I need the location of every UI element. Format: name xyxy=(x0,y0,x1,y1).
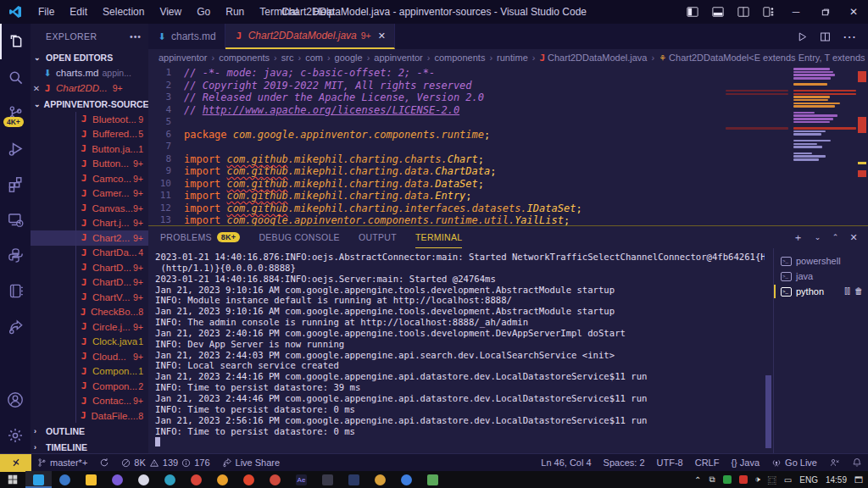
split-terminal-icon[interactable]: ⫿⫿ xyxy=(845,286,850,297)
taskbar-app-vscode[interactable] xyxy=(25,471,52,488)
taskbar-app-amber-app[interactable] xyxy=(209,471,236,488)
toggle-sidebar-icon[interactable] xyxy=(680,0,705,24)
tray-device-icon[interactable]: ⧉ xyxy=(709,474,715,485)
file-item-chartj[interactable]: JChart.j...9+ xyxy=(31,216,148,231)
run-file-icon[interactable] xyxy=(797,31,808,42)
start-button[interactable] xyxy=(0,471,25,488)
file-item-canvas[interactable]: JCanvas...9+ xyxy=(31,201,148,216)
breadcrumb-segment[interactable]: src xyxy=(281,53,294,63)
close-editor-icon[interactable]: ✕ xyxy=(31,84,42,93)
activity-source-control[interactable]: 4K+ xyxy=(0,95,31,130)
terminal-instance-python[interactable]: >_python⫿⫿🗑 xyxy=(774,284,868,299)
file-item-contac[interactable]: JContac...9+ xyxy=(31,394,148,409)
menu-file[interactable]: File xyxy=(31,0,62,24)
menu-selection[interactable]: Selection xyxy=(95,0,152,24)
panel-tab-terminal[interactable]: TERMINAL xyxy=(415,226,463,248)
taskbar-app-after-effects[interactable]: Ae xyxy=(288,471,314,488)
file-item-chartda[interactable]: JChartDa...4 xyxy=(31,246,148,261)
cursor-position[interactable]: Ln 46, Col 4 xyxy=(535,454,597,472)
indentation[interactable]: Spaces: 2 xyxy=(598,454,651,472)
activity-search[interactable] xyxy=(0,59,31,95)
breadcrumb-symbol[interactable]: Chart2DDataModel<E extends Entry, T exte… xyxy=(669,53,868,63)
sync-button[interactable] xyxy=(93,454,115,472)
network-icon[interactable]: ⿴ xyxy=(768,474,776,486)
file-item-checkbo[interactable]: JCheckBo...8 xyxy=(31,305,148,320)
taskbar-app-flow-app[interactable] xyxy=(393,471,420,488)
minimize-button[interactable]: ─ xyxy=(782,0,810,24)
panel-tab-debug-console[interactable]: DEBUG CONSOLE xyxy=(259,226,340,248)
explorer-more-icon[interactable]: ••• xyxy=(130,31,142,42)
file-item-compon[interactable]: JCompon...2 xyxy=(31,379,148,394)
file-item-camco[interactable]: JCamco...9+ xyxy=(31,171,148,186)
notification-center-icon[interactable]: 🗔 xyxy=(854,475,863,485)
breadcrumb-segment[interactable]: appinventor xyxy=(159,53,208,63)
taskbar-app-purple-app[interactable] xyxy=(104,471,131,488)
breadcrumb-segment[interactable]: components xyxy=(219,53,270,63)
language-mode[interactable]: {} Java xyxy=(725,454,765,472)
maximize-button[interactable] xyxy=(810,0,839,24)
open-editor-item[interactable]: ⬇charts.mdappin... xyxy=(31,65,148,80)
terminal-instance-powershell[interactable]: >_powershell xyxy=(774,253,868,269)
terminal-instance-java[interactable]: >_java xyxy=(774,269,868,284)
file-item-chart2[interactable]: JChart2...9+ xyxy=(31,230,148,246)
activity-share[interactable] xyxy=(0,308,31,344)
clock[interactable]: 14:59 xyxy=(826,475,847,485)
kill-terminal-icon[interactable]: 🗑 xyxy=(854,286,863,297)
activity-explorer[interactable] xyxy=(0,24,31,59)
close-button[interactable]: ✕ xyxy=(839,0,868,24)
live-share-session-icon[interactable] xyxy=(823,454,846,472)
menu-run[interactable]: Run xyxy=(218,0,252,24)
breadcrumb-file[interactable]: Chart2DDataModel.java xyxy=(548,53,647,63)
activity-notebook[interactable] xyxy=(0,273,31,308)
go-live-button[interactable]: Go Live xyxy=(765,454,823,472)
file-item-compon[interactable]: JCompon...1 xyxy=(31,364,148,380)
customize-layout-icon[interactable] xyxy=(756,0,782,24)
taskbar-app-file-explorer[interactable] xyxy=(78,471,104,488)
file-item-datafile[interactable]: JDataFile....8 xyxy=(31,408,148,423)
taskbar-app-edge[interactable] xyxy=(157,471,183,488)
live-share-button[interactable]: Live Share xyxy=(216,454,287,472)
file-item-chartd[interactable]: JChartD...9+ xyxy=(31,275,148,291)
terminal-scrollbar[interactable] xyxy=(765,248,773,453)
breadcrumb[interactable]: appinventor›components›src›com›google›ap… xyxy=(148,49,868,66)
terminal-output[interactable]: 2023-01-21 14:40:16.876:INFO:oejs.Abstra… xyxy=(148,248,765,453)
split-layout-icon[interactable] xyxy=(731,0,756,24)
git-branch-item[interactable]: master*+ xyxy=(31,454,93,472)
close-panel-icon[interactable]: ✕ xyxy=(849,232,858,243)
breadcrumb-segment[interactable]: components xyxy=(434,53,485,63)
new-terminal-icon[interactable]: ＋ xyxy=(793,230,803,245)
taskbar-app-photos[interactable] xyxy=(420,471,446,488)
section-outline[interactable]: ›OUTLINE xyxy=(31,423,148,439)
file-item-buttonja[interactable]: JButton.ja...1 xyxy=(31,141,148,157)
panel-tab-problems[interactable]: PROBLEMS8K+ xyxy=(160,226,240,248)
activity-remote-explorer[interactable] xyxy=(0,202,31,237)
problems-summary[interactable]: 8K 139 176 xyxy=(115,454,215,472)
minimap[interactable] xyxy=(793,68,856,162)
panel-tab-output[interactable]: OUTPUT xyxy=(359,226,397,248)
tray-amd-icon[interactable] xyxy=(739,475,748,484)
tray-chevron-up-icon[interactable]: ⌃ xyxy=(694,475,701,485)
activity-settings[interactable] xyxy=(0,418,31,453)
tray-green-app-icon[interactable] xyxy=(723,475,732,484)
menu-terminal[interactable]: Terminal xyxy=(252,0,305,24)
toggle-panel-icon[interactable] xyxy=(705,0,731,24)
file-item-camer[interactable]: JCamer...9+ xyxy=(31,186,148,202)
activity-python[interactable] xyxy=(0,237,31,273)
notifications-bell-icon[interactable] xyxy=(846,454,868,472)
file-item-buffered[interactable]: JBuffered...5 xyxy=(31,127,148,142)
menu-help[interactable]: Help xyxy=(306,0,342,24)
encoding[interactable]: UTF-8 xyxy=(651,454,689,472)
taskbar-app-chrome-profile[interactable] xyxy=(262,471,288,488)
file-item-clockjava[interactable]: JClock.java1 xyxy=(31,335,148,350)
eol-sequence[interactable]: CRLF xyxy=(689,454,726,472)
file-item-circlej[interactable]: JCircle.j...9+ xyxy=(31,319,148,335)
breadcrumb-segment[interactable]: runtime xyxy=(497,53,528,63)
close-tab-icon[interactable]: ✕ xyxy=(378,30,386,42)
volume-icon[interactable]: 🕩 xyxy=(755,474,760,485)
file-item-cloud[interactable]: JCloud...9+ xyxy=(31,349,148,364)
taskbar-app-python-app[interactable] xyxy=(52,471,78,488)
code-editor[interactable]: 1// -*- mode: java; c-basic-offset: 2; -… xyxy=(148,66,868,225)
tab-chartsmd[interactable]: ⬇charts.md xyxy=(148,24,225,49)
tab-chart2ddatamodeljava[interactable]: JChart2DDataModel.java9+✕ xyxy=(225,24,395,49)
activity-run-debug[interactable] xyxy=(0,130,31,166)
